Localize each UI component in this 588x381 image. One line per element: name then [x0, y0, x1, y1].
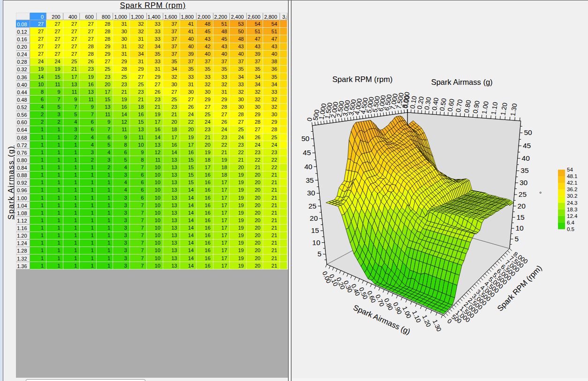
svg-text:0.70: 0.70: [454, 99, 464, 113]
svg-text:1.20: 1.20: [499, 102, 509, 116]
svg-text:Spark Airmass (g): Spark Airmass (g): [431, 78, 492, 86]
svg-text:12.4: 12.4: [567, 213, 578, 219]
svg-text:54: 54: [567, 167, 573, 172]
svg-text:1.10: 1.10: [411, 309, 422, 323]
svg-text:Spark RPM (rpm): Spark RPM (rpm): [332, 75, 392, 83]
svg-text:30.2: 30.2: [567, 193, 577, 199]
svg-text:40: 40: [304, 163, 313, 171]
svg-text:0.80: 0.80: [463, 99, 473, 113]
svg-text:25: 25: [519, 190, 527, 198]
svg-text:20: 20: [310, 214, 318, 222]
svg-text:°: °: [539, 190, 542, 197]
svg-text:45: 45: [303, 149, 311, 157]
svg-text:24.3: 24.3: [567, 200, 577, 206]
svg-text:20: 20: [518, 202, 526, 210]
svg-text:50: 50: [524, 128, 532, 136]
svg-text:5: 5: [317, 250, 322, 258]
svg-text:35: 35: [306, 176, 314, 184]
svg-text:15: 15: [517, 213, 525, 221]
svg-text:0.5: 0.5: [567, 226, 574, 232]
svg-text:1.00: 1.00: [480, 101, 490, 115]
svg-text:15: 15: [311, 226, 319, 234]
svg-text:48.1: 48.1: [567, 173, 577, 179]
svg-text:42.1: 42.1: [567, 180, 577, 186]
svg-text:1.20: 1.20: [421, 314, 432, 328]
svg-text:0.90: 0.90: [471, 100, 481, 114]
svg-text:10: 10: [516, 224, 524, 232]
svg-text:5: 5: [514, 235, 519, 243]
svg-text:50: 50: [302, 134, 310, 142]
svg-text:6.4: 6.4: [567, 220, 575, 225]
svg-text:1.30: 1.30: [431, 319, 443, 333]
svg-text:30: 30: [520, 179, 528, 187]
svg-text:1.30: 1.30: [509, 103, 519, 117]
svg-text:25: 25: [309, 202, 317, 210]
svg-text:35: 35: [520, 166, 528, 174]
svg-text:40: 40: [522, 154, 530, 162]
svg-text:10: 10: [312, 239, 321, 247]
svg-text:1.10: 1.10: [490, 101, 499, 115]
svg-text:18.3: 18.3: [567, 207, 577, 212]
svg-text:30: 30: [307, 189, 316, 197]
svg-text:36.2: 36.2: [567, 187, 577, 192]
svg-text:45: 45: [523, 142, 531, 149]
